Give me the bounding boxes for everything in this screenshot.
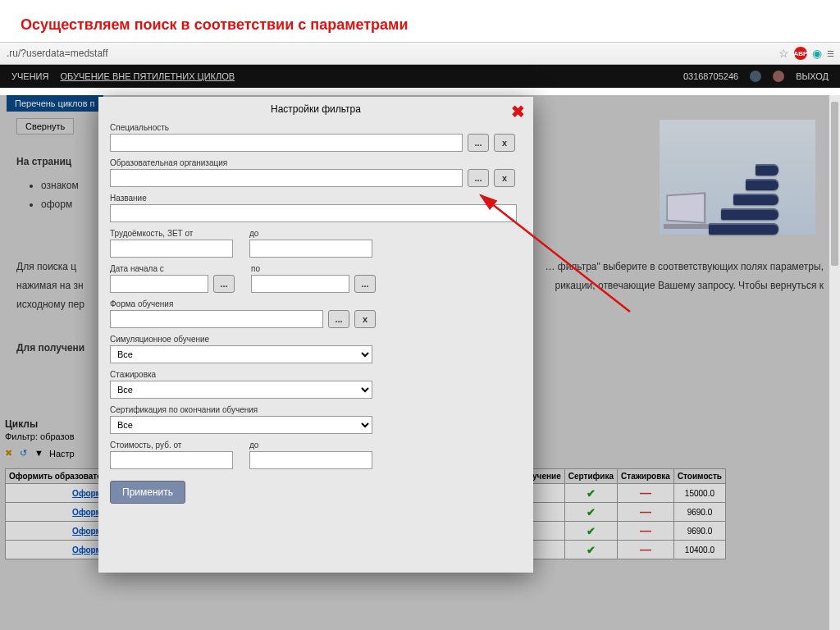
form-input[interactable]: [110, 310, 323, 328]
title-text: Осуществляем поиск в соответствии с пара…: [21, 16, 819, 34]
scrollbar[interactable]: [829, 95, 840, 630]
browser-address-bar: .ru/?userdata=medstaff ☆ ABP ◉ ☰: [0, 42, 840, 65]
picker-button[interactable]: ...: [328, 310, 349, 328]
field-label-name: Название: [110, 194, 522, 203]
field-label-date-from: Дата начала с: [110, 264, 235, 273]
cost-from-input[interactable]: [110, 451, 233, 469]
zet-to-input[interactable]: [249, 240, 372, 258]
name-input[interactable]: [110, 204, 517, 222]
modal-title: Настройки фильтра: [271, 103, 361, 115]
user-id: 03168705246: [683, 71, 738, 81]
org-input[interactable]: [110, 169, 463, 187]
field-label-specialty: Специальность: [110, 123, 522, 132]
cost-to-input[interactable]: [249, 451, 372, 469]
nav-item[interactable]: ОБУЧЕНИЕ ВНЕ ПЯТИЛЕТНИХ ЦИКЛОВ: [60, 71, 235, 81]
field-label-cert: Сертификация по окончании обучения: [110, 405, 522, 414]
browser-menu-icon[interactable]: ☰: [827, 49, 833, 58]
date-from-input[interactable]: [110, 275, 208, 293]
picker-button[interactable]: ...: [354, 275, 376, 293]
nav-item[interactable]: УЧЕНИЯ: [11, 71, 48, 81]
picker-button[interactable]: ...: [468, 134, 489, 152]
field-label-zet-to: до: [249, 229, 372, 238]
field-label-cost-to: до: [249, 441, 372, 450]
close-icon[interactable]: ✖: [511, 102, 525, 121]
picker-button[interactable]: ...: [468, 169, 489, 187]
exit-link[interactable]: ВЫХОД: [796, 71, 829, 81]
field-label-cost-from: Стоимость, руб. от: [110, 441, 233, 450]
field-label-zet-from: Трудоёмкость, ЗЕТ от: [110, 229, 233, 238]
slide-title: Осуществляем поиск в соответствии с пара…: [0, 0, 840, 42]
site-top-nav: УЧЕНИЯ ОБУЧЕНИЕ ВНЕ ПЯТИЛЕТНИХ ЦИКЛОВ 03…: [0, 65, 840, 88]
bookmark-icon[interactable]: ☆: [778, 47, 789, 60]
specialty-input[interactable]: [110, 134, 463, 152]
field-label-org: Образовательная организация: [110, 158, 522, 167]
extension-icon[interactable]: ◉: [812, 47, 822, 60]
modal-header: Настройки фильтра ✖: [98, 97, 533, 123]
field-label-intern: Стажировка: [110, 370, 522, 379]
intern-select[interactable]: Все: [110, 381, 372, 399]
clear-button[interactable]: x: [494, 169, 515, 187]
field-label-form: Форма обучения: [110, 299, 522, 308]
avatar-icon[interactable]: [773, 71, 784, 82]
adblock-icon[interactable]: ABP: [794, 47, 807, 60]
url-text: .ru/?userdata=medstaff: [7, 48, 778, 59]
zet-from-input[interactable]: [110, 240, 233, 258]
apply-button[interactable]: Применить: [110, 481, 185, 504]
avatar-icon[interactable]: [750, 71, 761, 82]
sim-select[interactable]: Все: [110, 345, 372, 363]
browser-extensions: ☆ ABP ◉ ☰: [778, 47, 833, 60]
date-to-input[interactable]: [251, 275, 349, 293]
filter-settings-modal: Настройки фильтра ✖ Специальность ... x …: [98, 97, 533, 573]
field-label-sim: Симуляционное обучение: [110, 335, 522, 344]
clear-button[interactable]: x: [354, 310, 376, 328]
picker-button[interactable]: ...: [213, 275, 235, 293]
clear-button[interactable]: x: [494, 134, 515, 152]
field-label-date-to: по: [251, 264, 376, 273]
cert-select[interactable]: Все: [110, 416, 372, 434]
